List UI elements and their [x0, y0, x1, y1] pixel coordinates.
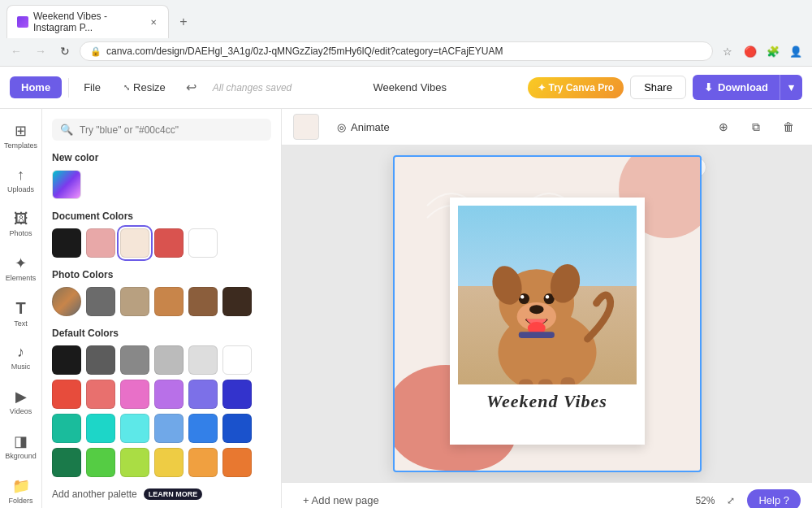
zoom-expand-btn[interactable]: ⤢ — [721, 491, 741, 509]
sidebar-item-videos[interactable]: ▶ Videos — [3, 381, 39, 423]
file-button[interactable]: File — [76, 76, 109, 98]
add-page-button[interactable]: + Add new page — [293, 491, 389, 508]
animate-button[interactable]: ◎ Animate — [327, 118, 400, 137]
resize-button[interactable]: ⤡ Resize — [115, 76, 174, 98]
color-search-bar[interactable]: 🔍 — [52, 119, 271, 141]
reload-btn[interactable]: ↻ — [55, 41, 75, 61]
zoom-controls: 52% ⤢ Help ? — [695, 489, 801, 508]
def-color-8[interactable] — [86, 380, 115, 409]
sidebar-item-uploads[interactable]: ↑ Uploads — [3, 160, 39, 201]
learn-more-badge[interactable]: LEARN MORE — [144, 488, 203, 500]
undo-button[interactable]: ↩ — [180, 76, 203, 99]
def-color-11[interactable] — [188, 380, 218, 409]
active-tab[interactable]: Weekend Vibes - Instagram P... ✕ — [6, 5, 169, 38]
position-btn[interactable]: ⊕ — [711, 115, 736, 139]
ext-btn2[interactable]: 🧩 — [763, 41, 783, 61]
def-color-23[interactable] — [188, 448, 218, 477]
help-button[interactable]: Help ? — [747, 489, 801, 508]
ext-btn1[interactable]: 🔴 — [741, 41, 760, 61]
doc-color-pink[interactable] — [86, 228, 115, 258]
def-color-6[interactable] — [222, 345, 252, 375]
canvas-color-preview[interactable] — [293, 114, 319, 140]
sidebar-item-text[interactable]: T Text — [3, 293, 39, 335]
svg-point-3 — [529, 305, 544, 314]
def-color-4[interactable] — [154, 345, 184, 375]
sidebar-item-folders[interactable]: 📁 Folders — [3, 471, 39, 508]
project-name: Weekend Vibes — [373, 81, 447, 93]
delete-btn[interactable]: 🗑 — [776, 115, 801, 139]
sidebar-item-music[interactable]: ♪ Music — [3, 337, 39, 378]
photo-color-3[interactable] — [120, 287, 149, 316]
photo-color-1[interactable] — [52, 287, 81, 316]
music-label: Music — [11, 363, 31, 371]
doc-color-red[interactable] — [154, 228, 184, 258]
address-bar-row: ← → ↻ 🔒 canva.com/design/DAEHgl_3A1g/0zJ… — [0, 38, 812, 66]
document-colors-title: Document Colors — [52, 211, 271, 222]
sidebar-item-background[interactable]: ◨ Bkground — [3, 426, 39, 467]
def-color-20[interactable] — [86, 448, 115, 477]
user-btn[interactable]: 👤 — [786, 41, 806, 61]
photo-color-4[interactable] — [154, 287, 184, 316]
download-main[interactable]: ⬇ Download — [693, 75, 780, 100]
animate-icon: ◎ — [337, 121, 346, 133]
forward-btn[interactable]: → — [31, 41, 50, 61]
def-color-19[interactable] — [52, 448, 81, 477]
folders-icon: 📁 — [12, 477, 30, 495]
copy-btn[interactable]: ⧉ — [744, 115, 768, 139]
tab-close-btn[interactable]: ✕ — [149, 16, 158, 28]
def-color-15[interactable] — [120, 414, 149, 443]
photo-color-6[interactable] — [222, 287, 252, 316]
def-color-18[interactable] — [222, 414, 252, 443]
def-color-10[interactable] — [154, 380, 184, 409]
resize-icon: ⤡ — [123, 83, 130, 92]
dog-illustration — [458, 214, 637, 384]
address-bar[interactable]: 🔒 canva.com/design/DAEHgl_3A1g/0zJ-qMNGz… — [80, 41, 713, 61]
sidebar-item-photos[interactable]: 🖼 Photos — [3, 204, 39, 245]
doc-color-black[interactable] — [52, 228, 81, 258]
saved-text: All changes saved — [213, 82, 292, 93]
def-color-5[interactable] — [188, 345, 218, 375]
main-layout: ⊞ Templates ↑ Uploads 🖼 Photos ✦ Element… — [0, 109, 812, 508]
text-icon: T — [15, 299, 25, 318]
design-canvas[interactable]: Weekend Vibes — [393, 155, 702, 472]
def-color-22[interactable] — [154, 448, 184, 477]
def-color-12[interactable] — [222, 380, 252, 409]
def-color-3[interactable] — [120, 345, 149, 375]
def-color-17[interactable] — [188, 414, 218, 443]
def-color-9[interactable] — [120, 380, 149, 409]
download-dropdown-arrow[interactable]: ▾ — [780, 75, 802, 100]
def-color-21[interactable] — [120, 448, 149, 477]
animate-label: Animate — [351, 121, 390, 133]
search-icon: 🔍 — [60, 124, 73, 136]
doc-color-cream[interactable] — [120, 228, 149, 258]
polaroid-frame[interactable]: Weekend Vibes — [450, 198, 645, 445]
try-pro-button[interactable]: ✦ Try Canva Pro — [528, 77, 624, 98]
sidebar-item-elements[interactable]: ✦ Elements — [3, 248, 39, 289]
canvas-container[interactable]: ⬜ ⧉ ⤡ ↻ — [282, 145, 812, 482]
share-button[interactable]: Share — [630, 76, 686, 99]
add-page-label: + Add new page — [303, 494, 379, 506]
doc-color-white[interactable] — [188, 228, 218, 258]
bookmark-btn[interactable]: ☆ — [718, 41, 737, 61]
document-colors-section: Document Colors — [52, 211, 271, 258]
add-palette[interactable]: Add another palette LEARN MORE — [52, 488, 271, 500]
sidebar-item-templates[interactable]: ⊞ Templates — [3, 115, 39, 157]
home-button[interactable]: Home — [10, 76, 62, 98]
def-color-1[interactable] — [52, 345, 81, 375]
photo-color-2[interactable] — [86, 287, 115, 316]
def-color-13[interactable] — [52, 414, 81, 443]
def-color-14[interactable] — [86, 414, 115, 443]
gradient-color-swatch[interactable] — [52, 170, 81, 199]
color-search-input[interactable] — [80, 124, 263, 136]
new-tab-btn[interactable]: + — [172, 11, 195, 33]
back-btn[interactable]: ← — [6, 41, 26, 61]
download-button[interactable]: ⬇ Download ▾ — [693, 75, 802, 100]
polaroid-caption-text: Weekend Vibes — [486, 391, 607, 411]
def-color-7[interactable] — [52, 380, 81, 409]
def-color-2[interactable] — [86, 345, 115, 375]
polaroid-photo — [458, 206, 637, 384]
photo-color-5[interactable] — [188, 287, 218, 316]
def-color-24[interactable] — [222, 448, 252, 477]
text-label: Text — [14, 320, 28, 328]
def-color-16[interactable] — [154, 414, 184, 443]
